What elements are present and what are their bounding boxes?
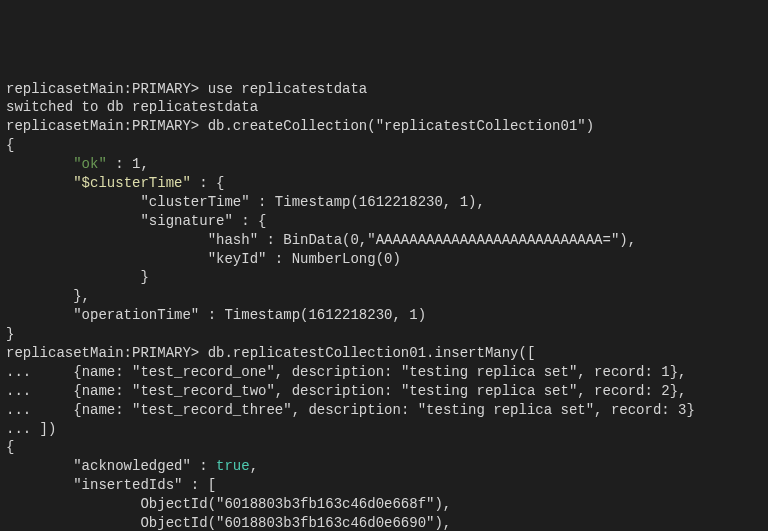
insertmany-close: ]) — [31, 421, 56, 437]
continuation: ... — [6, 421, 31, 437]
brace-close: } — [6, 325, 762, 344]
keyid-line: "keyId" : NumberLong(0) — [6, 250, 762, 269]
prompt: replicasetMain:PRIMARY> — [6, 345, 199, 361]
acknowledged-key: "acknowledged" : — [6, 458, 216, 474]
signature-close: } — [6, 268, 762, 287]
command-create-collection: db.createCollection("replicatestCollecti… — [208, 118, 594, 134]
key-clustertime: "$clusterTime" — [73, 175, 191, 191]
brace-open: { — [6, 136, 762, 155]
key-ok: "ok" — [73, 156, 107, 172]
prompt: replicasetMain:PRIMARY> — [6, 81, 199, 97]
command-use: use replicatestdata — [208, 81, 368, 97]
record-2: {name: "test_record_two", description: "… — [31, 383, 686, 399]
terminal-output[interactable]: replicasetMain:PRIMARY> use replicatestd… — [6, 80, 762, 531]
operationtime-line: "operationTime" : Timestamp(1612218230, … — [6, 306, 762, 325]
acknowledged-value: true — [216, 458, 250, 474]
continuation: ... — [6, 383, 31, 399]
objectid-1: ObjectId("6018803b3fb163c46d0e668f"), — [6, 495, 762, 514]
signature-line: "signature" : { — [6, 212, 762, 231]
value-ok: : 1, — [107, 156, 149, 172]
insertedids-open: "insertedIds" : [ — [6, 476, 762, 495]
prompt: replicasetMain:PRIMARY> — [6, 118, 199, 134]
continuation: ... — [6, 402, 31, 418]
cluster-close: }, — [6, 287, 762, 306]
clustertime-line: "clusterTime" : Timestamp(1612218230, 1)… — [6, 193, 762, 212]
brace-open: { — [6, 438, 762, 457]
response-switched: switched to db replicatestdata — [6, 98, 762, 117]
record-3: {name: "test_record_three", description:… — [31, 402, 695, 418]
command-insertmany: db.replicatestCollection01.insertMany([ — [208, 345, 536, 361]
record-1: {name: "test_record_one", description: "… — [31, 364, 686, 380]
continuation: ... — [6, 364, 31, 380]
hash-line: "hash" : BinData(0,"AAAAAAAAAAAAAAAAAAAA… — [6, 231, 762, 250]
objectid-2: ObjectId("6018803b3fb163c46d0e6690"), — [6, 514, 762, 531]
